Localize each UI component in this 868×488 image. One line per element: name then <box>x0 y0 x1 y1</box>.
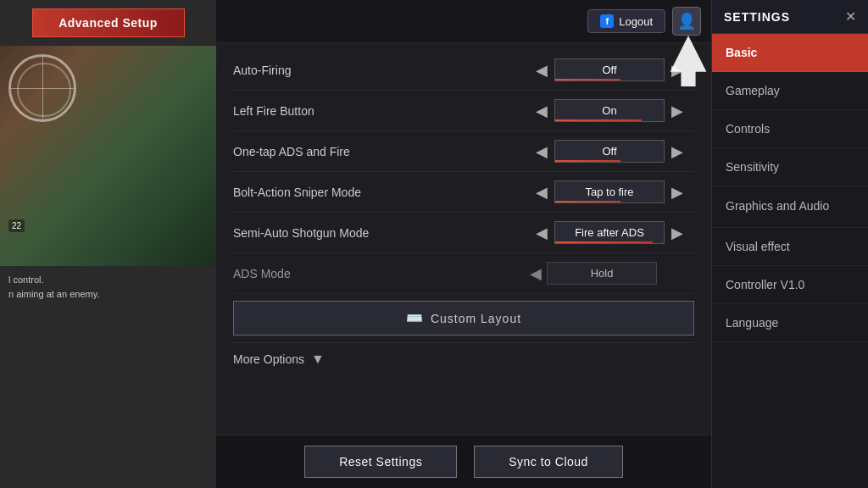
facebook-icon: f <box>600 14 614 28</box>
setting-row: Bolt-Action Sniper Mode ◀ Tap to fire ▶ <box>233 172 694 213</box>
setting-value: Tap to fire <box>554 180 665 203</box>
arrow-right-button[interactable]: ▶ <box>665 142 690 161</box>
advanced-setup-bar: Advanced Setup <box>32 8 185 37</box>
partial-row-label: ADS Mode <box>233 267 525 280</box>
info-text: l control. n aiming at an enemy. <box>0 266 216 308</box>
setting-row: Semi-Auto Shotgun Mode ◀ Fire after ADS … <box>233 213 694 253</box>
setting-row: Left Fire Button ◀ On ▶ <box>233 91 694 131</box>
right-sidebar: SETTINGS ✕ BasicGameplayControlsSensitiv… <box>711 0 868 488</box>
setting-label: Left Fire Button <box>233 104 525 118</box>
setting-label: Auto-Firing <box>233 64 525 77</box>
setting-control: ◀ On ▶ <box>525 99 694 122</box>
custom-layout-button[interactable]: ⌨️ Custom Layout <box>233 301 694 336</box>
logout-button[interactable]: f Logout <box>587 9 665 33</box>
settings-title: SETTINGS <box>724 10 790 24</box>
more-options-label: More Options <box>233 352 304 366</box>
arrow-right-button[interactable]: ▶ <box>665 102 690 120</box>
game-preview: 22 <box>0 46 216 266</box>
top-bar: f Logout 👤 <box>216 0 711 43</box>
settings-header: SETTINGS ✕ <box>712 0 868 34</box>
main-panel: f Logout 👤 Auto-Firing ◀ Off ▶ Left Fire… <box>216 0 711 488</box>
arrow-right-button[interactable]: ▶ <box>665 183 690 202</box>
setting-row: Auto-Firing ◀ Off ▶ <box>233 50 694 91</box>
bottom-bar: Reset Settings Sync to Cloud <box>216 435 711 488</box>
partial-value: Hold <box>547 262 657 285</box>
arrow-left-button[interactable]: ◀ <box>529 183 554 202</box>
nav-item-graphics-and-audio[interactable]: Graphics and Audio <box>712 186 868 228</box>
arrow-left-button[interactable]: ◀ <box>529 102 554 120</box>
nav-item-gameplay[interactable]: Gameplay <box>712 72 868 110</box>
nav-item-language[interactable]: Language <box>712 304 868 342</box>
scope-overlay <box>8 54 76 122</box>
partial-row: ADS Mode ◀ Hold <box>233 253 694 294</box>
chevron-down-icon: ▼ <box>311 352 325 367</box>
setting-control: ◀ Fire after ADS ▶ <box>525 221 694 244</box>
nav-item-basic[interactable]: Basic <box>712 34 868 72</box>
nav-item-visual-effect[interactable]: Visual effect <box>712 228 868 266</box>
setting-control: ◀ Off ▶ <box>525 140 694 163</box>
more-options-row[interactable]: More Options ▼ <box>233 342 694 375</box>
sync-to-cloud-button[interactable]: Sync to Cloud <box>474 446 623 478</box>
setting-value: Off <box>554 140 665 163</box>
setting-row: One-tap ADS and Fire ◀ Off ▶ <box>233 131 694 172</box>
setting-label: Bolt-Action Sniper Mode <box>233 186 525 199</box>
nav-item-controls[interactable]: Controls <box>712 110 868 148</box>
profile-button[interactable]: 👤 <box>672 7 701 36</box>
arrow-left-button[interactable]: ◀ <box>529 224 554 242</box>
setting-value: Fire after ADS <box>554 221 665 244</box>
nav-item-sensitivity[interactable]: Sensitivity <box>712 148 868 186</box>
partial-control: ◀ Hold <box>525 262 694 285</box>
setting-value: On <box>554 99 665 122</box>
setting-value: Off <box>554 58 665 81</box>
keyboard-icon: ⌨️ <box>406 310 424 326</box>
setting-label: One-tap ADS and Fire <box>233 145 525 158</box>
hud-number: 22 <box>8 219 25 232</box>
close-icon[interactable]: ✕ <box>845 8 856 25</box>
partial-left-arrow: ◀ <box>525 263 547 285</box>
setting-control: ◀ Tap to fire ▶ <box>525 180 694 203</box>
svg-marker-0 <box>670 36 707 86</box>
arrow-left-button[interactable]: ◀ <box>529 142 554 161</box>
arrow-right-button[interactable]: ▶ <box>665 224 690 242</box>
arrow-left-button[interactable]: ◀ <box>529 61 554 80</box>
setting-label: Semi-Auto Shotgun Mode <box>233 226 525 240</box>
profile-icon: 👤 <box>677 12 696 30</box>
settings-content: Auto-Firing ◀ Off ▶ Left Fire Button ◀ O… <box>216 43 711 435</box>
left-panel: Advanced Setup 22 l control. n aiming at… <box>0 0 216 488</box>
nav-item-controller-v1.0[interactable]: Controller V1.0 <box>712 266 868 304</box>
reset-settings-button[interactable]: Reset Settings <box>304 446 457 478</box>
